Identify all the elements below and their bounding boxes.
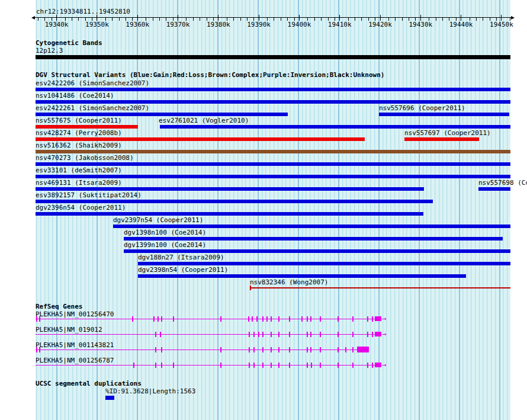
variant-line-cap (250, 286, 251, 290)
ruler-minor-tick (78, 18, 79, 21)
variant-bar[interactable] (36, 175, 510, 178)
exon-tick (289, 316, 290, 322)
variant-bar[interactable] (36, 200, 433, 203)
variant-label[interactable]: nsv469131 (Itsara2009) (36, 179, 122, 187)
variant-bar[interactable] (36, 187, 424, 191)
variant-label[interactable]: esv2422261 (SimonSanchez2007) (36, 105, 149, 112)
segdup-label: %ID:91.3628|Length:1563 (105, 388, 195, 395)
ruler-major-tick (259, 15, 259, 21)
exon-tick (278, 363, 279, 368)
variant-label[interactable]: nsv428274 (Perry2008b) (36, 130, 122, 137)
variant-label[interactable]: nsv470273 (Jakobsson2008) (36, 155, 134, 162)
variant-label[interactable]: nsv557696 (Cooper2011) (379, 105, 465, 112)
exon-tick (338, 316, 339, 322)
ruler-minor-tick (348, 18, 349, 21)
ruler-minor-tick (402, 18, 403, 21)
ruler-minor-tick (200, 18, 200, 21)
variant-label[interactable]: nsv832346 (Wong2007) (250, 279, 328, 286)
exon-tick (249, 347, 250, 352)
gene-arrow-icon: → (382, 361, 387, 368)
exon-tick (266, 316, 268, 322)
gene-line[interactable] (36, 334, 375, 335)
variant-line[interactable] (250, 287, 510, 288)
cytoband-bar[interactable] (36, 55, 510, 59)
exon-tick (352, 347, 354, 352)
ruler-minor-tick (476, 18, 477, 21)
gene-line[interactable] (36, 350, 357, 350)
ruler-minor-tick (166, 18, 166, 21)
exon-tick (262, 332, 264, 337)
variant-label[interactable]: nsv516362 (Shaikh2009) (36, 142, 122, 149)
variant-bar[interactable] (160, 125, 510, 129)
exon-tick (271, 363, 272, 368)
exon-tick (258, 332, 259, 337)
variant-label[interactable]: esv33101 (deSmith2007) (36, 167, 122, 174)
exon-tick (133, 363, 134, 368)
variant-label[interactable]: esv3892157 (Suktitipat2014) (36, 192, 142, 199)
variant-bar[interactable] (36, 212, 423, 216)
ruler-minor-tick (65, 18, 66, 21)
exon-tick (153, 316, 155, 322)
ruler-minor-tick (44, 18, 45, 21)
variant-label[interactable]: nsv557675 (Cooper2011) (36, 117, 122, 124)
variant-bar[interactable] (138, 262, 510, 265)
variant-bar[interactable] (379, 113, 509, 116)
variant-bar[interactable] (124, 249, 510, 253)
ruler-tick-label: 19360k (122, 21, 153, 28)
refseq-header: RefSeq Genes (36, 303, 82, 310)
variant-label[interactable]: esv2422206 (SimonSanchez2007) (36, 80, 149, 87)
exon-tick (278, 347, 279, 352)
variant-label[interactable]: dgv2396n54 (Cooper2011) (36, 204, 126, 211)
ruler-minor-tick (52, 18, 52, 21)
variant-bar[interactable] (36, 150, 510, 153)
ruler-minor-tick (314, 18, 315, 21)
exon-tick (271, 347, 272, 352)
ruler-major-tick (97, 15, 97, 21)
variant-label[interactable]: nsv557698 (Cooper2011) (478, 179, 527, 187)
ruler-major-tick (299, 15, 300, 21)
exon-tick (307, 347, 308, 352)
exon-tick (310, 347, 311, 352)
variant-bar[interactable] (36, 137, 365, 141)
variant-label[interactable]: esv2761021 (Vogler2010) (159, 117, 249, 124)
gene-label[interactable]: PLEKHA5|NM_001256470 (36, 311, 114, 318)
ruler-minor-tick (72, 18, 72, 21)
variant-bar[interactable] (404, 137, 479, 141)
gene-label[interactable]: PLEKHA5|NM_019012 (36, 326, 102, 334)
variant-label[interactable]: dgv188n27 (Itsara2009) (138, 254, 224, 261)
ruler-minor-tick (328, 18, 329, 21)
cytobands-header: Cytogenetic Bands (36, 40, 102, 47)
gene-label[interactable]: PLEKHA5|NM_001256787 (36, 357, 114, 364)
ruler-tick-label: 19380k (203, 21, 234, 28)
ruler-minor-tick (207, 18, 207, 21)
exon-tick (256, 316, 258, 322)
variant-label[interactable]: nsv557697 (Cooper2011) (404, 130, 491, 137)
variant-bar[interactable] (36, 162, 510, 166)
variant-label[interactable]: dgv2398n54 (Cooper2011) (138, 267, 228, 274)
ruler-minor-tick (240, 18, 241, 21)
variant-bar[interactable] (36, 100, 510, 104)
gene-line[interactable] (36, 319, 375, 319)
variant-label[interactable]: dgv2397n54 (Cooper2011) (113, 217, 203, 224)
variant-bar[interactable] (478, 187, 510, 191)
variant-bar[interactable] (138, 274, 466, 278)
variant-label[interactable]: dgv1399n100 (Coe2014) (124, 242, 206, 249)
ruler-major-tick (501, 15, 502, 21)
segdup-bar[interactable] (105, 396, 114, 400)
exon-tick (289, 332, 290, 337)
gene-line[interactable] (36, 365, 375, 366)
variant-bar[interactable] (113, 225, 510, 228)
variant-label[interactable]: dgv1398n100 (Coe2014) (124, 229, 206, 236)
variant-bar[interactable] (36, 88, 510, 91)
variant-bar[interactable] (36, 113, 288, 116)
variant-bar[interactable] (36, 125, 138, 129)
exon-tick (155, 363, 156, 368)
exon-tick (310, 332, 311, 337)
ruler-minor-tick (247, 18, 248, 21)
variant-bar[interactable] (124, 237, 503, 241)
gene-label[interactable]: PLEKHA5|NM_001143821 (36, 342, 114, 349)
ruler-minor-tick (253, 18, 254, 21)
variant-label[interactable]: nsv1041486 (Coe2014) (36, 92, 114, 100)
exon-tick (372, 316, 373, 322)
ruler-minor-tick (274, 18, 274, 21)
